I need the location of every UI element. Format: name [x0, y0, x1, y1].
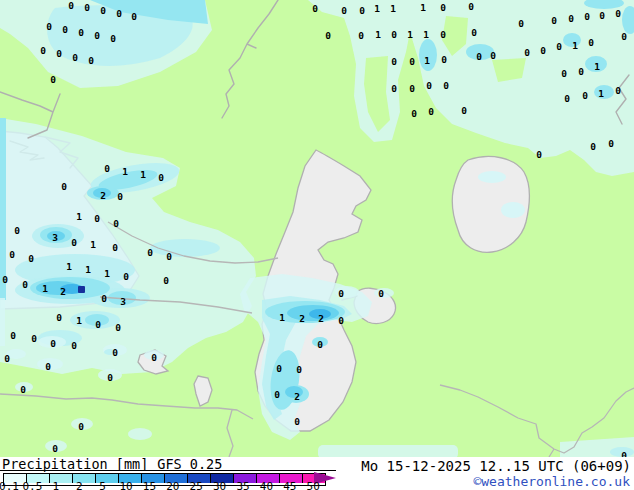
precip-value-marker: 0: [40, 45, 46, 56]
precip-value-marker: 0: [28, 253, 34, 264]
precip-value-marker: 0: [117, 191, 123, 202]
garabogazkol-lagoon: [452, 156, 529, 252]
precip-value-marker: 0: [71, 340, 77, 351]
weather-map-page: 0000000000000000001100101100000100000000…: [0, 0, 634, 490]
forecast-datetime: Mo 15-12-2025 12..15 UTC (06+09): [361, 458, 631, 474]
precip-value-marker: 0: [551, 15, 557, 26]
colorbar-tick-label: 20: [166, 483, 179, 490]
precip-value-marker: 0: [9, 249, 15, 260]
precip-value-marker: 0: [158, 172, 164, 183]
precip-value-marker: 0: [476, 51, 482, 62]
precip-value-marker: 0: [20, 384, 26, 395]
precip-value-marker: 0: [568, 13, 574, 24]
precip-value-marker: 0: [113, 218, 119, 229]
colorbar-labels: 0.10.5125101520253035404550: [0, 483, 340, 490]
precip-value-marker: 1: [572, 40, 578, 51]
precip-value-marker: 0: [312, 3, 318, 14]
precip-value-marker: 0: [325, 30, 331, 41]
precip-value-marker: 1: [598, 88, 604, 99]
precip-heavy-spot: [78, 286, 85, 293]
precip-value-marker: 1: [76, 315, 82, 326]
precip-value-marker: 0: [78, 27, 84, 38]
precip-value-marker: 0: [50, 338, 56, 349]
precip-value-marker: 1: [42, 283, 48, 294]
precip-value-marker: 0: [578, 66, 584, 77]
precip-value-marker: 0: [341, 5, 347, 16]
colorbar-tick-label: 5: [99, 483, 106, 490]
colorbar-tick-label: 25: [190, 483, 203, 490]
precip-value-marker: 0: [294, 416, 300, 427]
colorbar-tick-label: 10: [119, 483, 132, 490]
precip-value-marker: 0: [317, 339, 323, 350]
precip-value-marker: 0: [564, 93, 570, 104]
precip-value-marker: 0: [72, 52, 78, 63]
precip-value-marker: 0: [411, 108, 417, 119]
precip-value-marker: 0: [615, 85, 621, 96]
precip-value-marker: 2: [60, 286, 66, 297]
precip-value-marker: 0: [561, 68, 567, 79]
precip-value-marker: 1: [375, 29, 381, 40]
precip-value-marker: 1: [104, 268, 110, 279]
precip-value-marker: 0: [518, 18, 524, 29]
colorbar-tick-label: 35: [236, 483, 249, 490]
precip-value-marker: 0: [56, 312, 62, 323]
precip-value-marker: 0: [540, 45, 546, 56]
precip-value-marker: 0: [409, 56, 415, 67]
precip-value-marker: 0: [274, 389, 280, 400]
map-area: 0000000000000000001100101100000100000000…: [0, 0, 634, 457]
precip-value-marker: 0: [4, 353, 10, 364]
precip-value-marker: 1: [423, 29, 429, 40]
precip-value-marker: 1: [66, 261, 72, 272]
precip-value-marker: 0: [621, 450, 627, 458]
precip-value-marker: 0: [621, 31, 627, 42]
precip-value-marker: 0: [123, 271, 129, 282]
precip-value-marker: 1: [374, 3, 380, 14]
precip-value-marker: 3: [120, 296, 126, 307]
weather-map: 0000000000000000001100101100000100000000…: [0, 0, 634, 457]
precip-value-marker: 0: [71, 237, 77, 248]
colorbar-tick-label: 2: [76, 483, 83, 490]
precip-value-marker: 0: [443, 80, 449, 91]
precip-value-marker: 0: [441, 54, 447, 65]
precip-value-marker: 0: [112, 242, 118, 253]
precip-value-marker: 0: [62, 24, 68, 35]
precip-value-marker: 0: [61, 181, 67, 192]
precip-value-marker: 0: [378, 288, 384, 299]
colorbar-tick-label: 1: [52, 483, 59, 490]
precip-value-marker: 0: [461, 105, 467, 116]
precip-value-marker: 0: [296, 364, 302, 375]
precip-value-marker: 1: [76, 211, 82, 222]
precip-value-marker: 0: [590, 141, 596, 152]
precip-value-marker: 0: [358, 30, 364, 41]
precip-value-marker: 0: [359, 5, 365, 16]
precip-value-marker: 0: [107, 372, 113, 383]
precip-value-marker: 2: [294, 391, 300, 402]
precip-value-marker: 0: [10, 330, 16, 341]
precip-value-marker: 2: [299, 313, 305, 324]
precip-value-marker: 0: [52, 443, 58, 454]
colorbar-tick-label: 50: [307, 483, 320, 490]
precip-value-marker: 1: [424, 55, 430, 66]
precip-value-marker: 0: [338, 315, 344, 326]
precip-value-marker: 0: [110, 33, 116, 44]
precip-value-marker: 0: [584, 11, 590, 22]
colorbar-tick-label: 15: [143, 483, 156, 490]
precip-value-marker: 0: [391, 29, 397, 40]
precip-value-marker: 0: [50, 74, 56, 85]
precip-value-marker: 1: [90, 239, 96, 250]
precip-value-marker: 1: [122, 166, 128, 177]
colorbar-tick-label: 45: [283, 483, 296, 490]
precip-value-marker: 0: [440, 2, 446, 13]
precip-value-marker: 0: [426, 80, 432, 91]
precip-value-marker: 1: [279, 312, 285, 323]
precip-value-marker: 0: [163, 275, 169, 286]
precip-value-marker: 0: [104, 163, 110, 174]
precip-value-marker: 0: [536, 149, 542, 160]
precip-value-marker: 0: [608, 138, 614, 149]
precip-value-marker: 2: [318, 313, 324, 324]
precip-value-marker: 0: [588, 37, 594, 48]
precip-value-marker: 0: [471, 27, 477, 38]
precip-value-marker: 0: [116, 8, 122, 19]
precip-left-edge-low: [0, 298, 5, 346]
legend-underline: [0, 470, 336, 471]
